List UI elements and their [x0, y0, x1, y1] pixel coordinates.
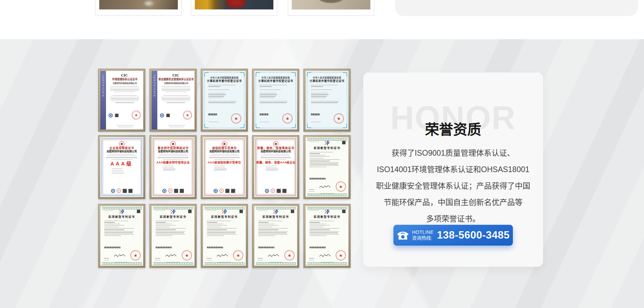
- certificate-thumbnail[interactable]: 实用新型专利证书★: [252, 204, 299, 268]
- signature-icon: [216, 253, 228, 259]
- certificate-thumbnail[interactable]: 实用新型专利证书★: [150, 204, 197, 268]
- cert-text-wrap: 环境管理体系认证证书: [107, 78, 143, 81]
- barcode-icon: [310, 178, 326, 179]
- barcode-icon: [258, 247, 274, 248]
- cert-body-line: [158, 157, 189, 158]
- cert-text-wrap: AAA级诚信经营示范单位: [206, 161, 243, 165]
- cert-body-line: [260, 98, 274, 98]
- cert-text-wrap: 实用新型专利证书: [206, 215, 243, 219]
- cert-text-wrap: 实用新型专利证书: [308, 147, 346, 150]
- cert-date-lines: [155, 166, 191, 171]
- cert-body-line: [311, 93, 328, 93]
- cert-body-line: [167, 102, 185, 103]
- cert-date-line: [112, 172, 124, 172]
- cert-body-line: [310, 222, 320, 222]
- hotline-button[interactable]: HOTLINE 咨询热线: 138-5600-3485: [393, 225, 513, 246]
- signature-icon: [165, 253, 177, 259]
- cert-body-line: [208, 86, 220, 87]
- cert-text-wrap: 计算机软件著作权登记证书: [308, 80, 346, 83]
- credit-emblem-icon: [222, 141, 227, 147]
- cert-body-line: [210, 156, 239, 156]
- cert-body-line: [115, 102, 134, 103]
- certificate-side-band: CERTIFICATE: [100, 71, 106, 130]
- cic-logo-dot: [161, 115, 163, 116]
- cert-body-line: [164, 95, 188, 96]
- certificate-thumbnail[interactable]: 中华人民共和国国家版权局计算机软件著作权登记证书★: [252, 69, 299, 132]
- certificate-thumbnail[interactable]: 重合同守信用等级证书合肥珂玛环保科技有限公司AAA级重合同守信用企业★: [150, 135, 197, 199]
- cert-body-line: [208, 93, 225, 93]
- cert-body-line: [310, 164, 338, 164]
- cert-body-line: [207, 229, 227, 230]
- cert-body-line: [162, 86, 190, 87]
- certificate-thumbnail[interactable]: 诚信经营示范单位合肥珂玛环保科技有限公司AAA级诚信经营示范单位★: [201, 135, 248, 199]
- signature-icon: [268, 253, 280, 259]
- cert-number-line: [311, 122, 321, 122]
- cert-label-line: [258, 260, 263, 260]
- certificate-thumbnail[interactable]: 实用新型专利证书★: [201, 204, 248, 268]
- project-photo-card[interactable]: [95, 0, 182, 16]
- cert-date-line: [266, 166, 276, 166]
- cert-content: 企业信用等级证书合肥珂玛环保科技有限公司AAA级★: [104, 141, 140, 194]
- cert-body-line: [208, 101, 236, 101]
- cert-text: 中华人民共和国国家版权局: [262, 77, 290, 78]
- cert-logo-row: ★: [258, 189, 294, 193]
- cert-text-wrap: 企业信用等级证书: [104, 147, 140, 150]
- cert-text-wrap: 合肥珂玛环保科技有限公司: [206, 150, 243, 153]
- project-photo-card[interactable]: [288, 0, 374, 16]
- cert-text: AAA级重合同守信用企业: [156, 161, 190, 164]
- cert-body-line: [207, 236, 224, 236]
- hotline-label-zh: 咨询热线:: [412, 235, 434, 241]
- cert-body-line: [310, 229, 330, 230]
- certificate-thumbnail[interactable]: 企业信用等级证书合肥珂玛环保科技有限公司AAA级★: [98, 135, 145, 199]
- cert-text-wrap: 实用新型专利证书: [154, 215, 192, 219]
- certificate-thumbnail[interactable]: 实用新型专利证书★: [304, 204, 351, 268]
- cert-body-line: [207, 221, 231, 221]
- cert-text: CIC: [172, 73, 179, 78]
- certificate-thumbnail[interactable]: 质量、服务、信誉等级证书合肥珂玛环保科技有限公司质量、服务、信誉AAA级企业★: [252, 135, 299, 199]
- cert-body-line: [310, 224, 326, 224]
- barcode-icon: [310, 247, 326, 248]
- cert-text-wrap: 实用新型专利证书: [308, 215, 346, 219]
- cert-body-line: [104, 222, 115, 222]
- cert-content: CIC环境管理体系认证证书合肥珂玛环保科技有限公司★: [107, 71, 143, 130]
- qr-code-icon: [128, 189, 132, 193]
- certificate-thumbnail[interactable]: 中华人民共和国国家版权局计算机软件著作权登记证书★: [304, 69, 351, 132]
- cert-body-line: [311, 102, 338, 103]
- certificate-thumbnail[interactable]: 中华人民共和国国家版权局计算机软件著作权登记证书★: [201, 69, 248, 132]
- cert-body-line: [162, 90, 191, 90]
- cert-label-line: [258, 258, 263, 258]
- certificate-thumbnail[interactable]: 实用新型专利证书★: [98, 204, 145, 268]
- cert-footer-line: [269, 262, 282, 262]
- cert-body-line: [260, 157, 291, 158]
- red-seal-icon: ★: [168, 189, 172, 193]
- cert-text: 合肥珂玛环保科技有限公司: [164, 82, 188, 84]
- cert-body-line: [156, 233, 184, 233]
- cert-content: 中华人民共和国国家版权局计算机软件著作权登记证书★: [256, 73, 295, 127]
- certificate-thumbnail[interactable]: 实用新型专利证书★: [304, 135, 351, 199]
- certificate-thumbnail[interactable]: CERTIFICATECIC环境管理体系认证证书合肥珂玛环保科技有限公司★: [98, 69, 145, 132]
- cert-body-line: [258, 236, 275, 236]
- cert-body-line: [165, 92, 186, 92]
- cert-footer-line: [218, 262, 231, 262]
- cert-body-line: [258, 222, 269, 222]
- cert-body-line: [258, 228, 288, 228]
- cert-body-line: [207, 222, 217, 222]
- cert-body-line: [310, 162, 339, 163]
- certificate-thumbnail[interactable]: CERTIFICATECIC职业健康安全管理体系认证证书合肥珂玛环保科技有限公司…: [150, 69, 197, 132]
- red-seal-icon: ★: [181, 250, 193, 261]
- cert-text-wrap: CIC: [107, 73, 143, 78]
- cert-body-lines: [103, 219, 141, 236]
- cert-label-line: [309, 260, 314, 260]
- patent-border-top: [102, 207, 142, 209]
- cert-body-line: [104, 227, 118, 227]
- cic-logo-dot: [110, 115, 111, 116]
- certificate-paper: 中华人民共和国国家版权局计算机软件著作权登记证书★: [203, 71, 246, 130]
- cert-body-line: [311, 96, 327, 96]
- cert-text: 计算机软件著作权登记证书: [258, 80, 293, 82]
- barcode-icon: [311, 113, 320, 115]
- barcode-icon: [156, 247, 172, 248]
- cert-text: 实用新型专利证书: [314, 215, 340, 218]
- cic-logo-icon: [265, 189, 269, 193]
- project-photo-card[interactable]: [191, 0, 277, 16]
- cert-date-line: [163, 169, 175, 169]
